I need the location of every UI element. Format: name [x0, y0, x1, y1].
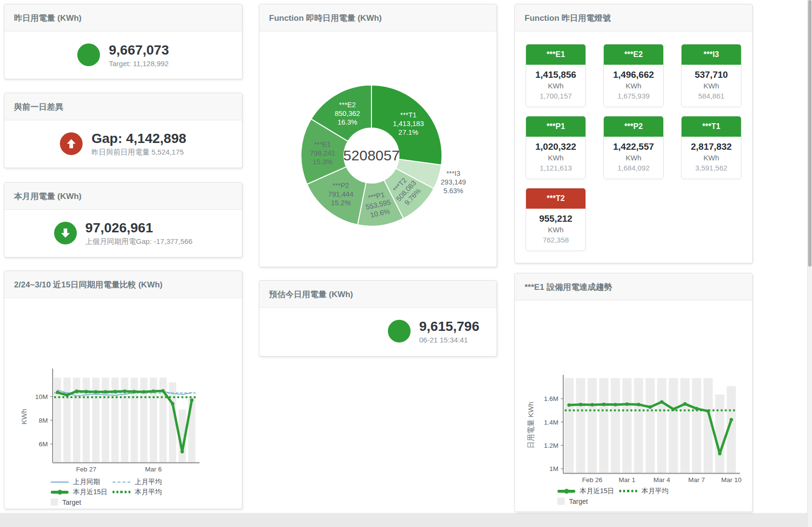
legend-item-Target[interactable]: Target [51, 499, 113, 506]
legend-item-Target[interactable]: Target [557, 498, 619, 505]
svg-text:791,444: 791,444 [328, 190, 353, 198]
legend-item-上月平均[interactable]: 上月平均 [113, 478, 174, 486]
svg-text:5208057: 5208057 [343, 147, 400, 163]
tile-target: 1,675,939 [606, 91, 661, 101]
estimate-timestamp: 06-21 15:34:41 [419, 336, 480, 344]
tile-label: ***P1 [526, 116, 585, 137]
card-title: 與前一日差異 [4, 93, 242, 120]
tile-unit: KWh [528, 153, 584, 163]
legend-swatch-icon [619, 490, 637, 492]
legend-label: 本月平均 [641, 487, 669, 496]
tile-label: ***P2 [604, 116, 663, 137]
yesterday-target: Target: 11,128,992 [109, 59, 169, 68]
yesterday-value: 9,667,073 [109, 42, 169, 58]
tile-value: 1,020,322 [528, 141, 584, 153]
legend-label: 本月近15日 [580, 487, 614, 496]
legend-swatch-icon [51, 482, 69, 483]
svg-text:6M: 6M [39, 441, 48, 448]
day-gap-stat: Gap: 4,142,898 昨日與前日用電量 5,524,175 [4, 120, 242, 167]
svg-text:798,241: 798,241 [310, 149, 335, 157]
svg-text:***E2: ***E2 [339, 101, 356, 109]
month-stat: 97,026,961 上個月同期用電Gap: -17,377,566 [4, 210, 242, 256]
e1-trend-legend: 本月近15日本月平均Target [557, 486, 752, 506]
svg-text:10M: 10M [35, 393, 48, 400]
tile-unit: KWh [606, 153, 661, 163]
card-day-gap: 與前一日差異 Gap: 4,142,898 昨日與前日用電量 5,524,175 [4, 93, 242, 168]
legend-swatch-icon [113, 491, 130, 493]
legend-item-本月近15日[interactable]: 本月近15日 [51, 488, 113, 497]
tile-label: ***I3 [682, 44, 741, 65]
card-title: 本月用電量 (KWh) [4, 183, 242, 210]
tile-value: 1,415,856 [528, 69, 584, 81]
card-title: 2/24~3/10 近15日同期用電量比較 (KWh) [4, 271, 242, 298]
compare-chart[interactable]: 6M8M10MFeb 27Mar 6KWh [4, 298, 242, 475]
compare-legend: 上月同期上月平均本月近15日本月平均Target [51, 477, 242, 507]
lights-grid: ***E11,415,856KWh1,700,157***E21,496,662… [515, 31, 752, 264]
svg-text:Mar 6: Mar 6 [145, 466, 162, 473]
svg-text:***T1: ***T1 [400, 111, 416, 119]
tile-value: 955,212 [528, 213, 584, 225]
svg-text:1.6M: 1.6M [544, 395, 558, 402]
card-title: 預估今日用電量 (KWh) [259, 281, 497, 308]
svg-text:Mar 10: Mar 10 [721, 476, 741, 484]
card-realtime-donut: Function 即時日用電量 (KWh) ***T11,413,18327.1… [259, 4, 497, 267]
svg-text:15.3%: 15.3% [313, 158, 332, 166]
tile-value: 2,817,832 [684, 141, 739, 153]
tile-target: 3,591,562 [684, 163, 739, 173]
scrollbar-thumb[interactable] [808, 0, 812, 267]
yesterday-stat: 9,667,073 Target: 11,128,992 [4, 31, 242, 78]
svg-text:Feb 27: Feb 27 [76, 466, 97, 473]
card-title: 昨日用電量 (KWh) [4, 4, 242, 31]
card-title: Function 昨日用電燈號 [515, 4, 752, 31]
svg-text:15.2%: 15.2% [331, 199, 351, 207]
legend-label: 本月近15日 [73, 488, 108, 497]
e1-trend-chart[interactable]: 1M1.2M1.4M1.6MFeb 26Mar 1Mar 4Mar 7Mar 1… [515, 300, 752, 484]
vertical-scrollbar[interactable] [807, 0, 812, 527]
card-e1-trend: ***E1 設備用電達成趨勢 1M1.2M1.4M1.6MFeb 26Mar 1… [514, 273, 753, 512]
month-subtitle: 上個月同期用電Gap: -17,377,566 [85, 237, 193, 246]
svg-text:KWh: KWh [20, 409, 28, 425]
svg-text:Mar 4: Mar 4 [654, 476, 670, 484]
legend-item-本月平均[interactable]: 本月平均 [113, 488, 174, 497]
legend-swatch-icon [113, 482, 130, 483]
tile-label: ***T2 [526, 188, 585, 209]
svg-text:1.2M: 1.2M [544, 442, 558, 449]
tile-target: 1,121,613 [528, 163, 584, 173]
svg-text:16.3%: 16.3% [338, 118, 357, 126]
legend-item-上月同期[interactable]: 上月同期 [51, 478, 113, 486]
month-value: 97,026,961 [85, 220, 193, 236]
card-title: ***E1 設備用電達成趨勢 [515, 273, 752, 300]
tile-target: 1,684,092 [606, 163, 661, 173]
estimate-value: 9,615,796 [419, 318, 480, 335]
svg-text:293,149: 293,149 [441, 178, 466, 186]
card-15day-compare: 2/24~3/10 近15日同期用電量比較 (KWh) 6M8M10MFeb 2… [4, 271, 242, 509]
status-circle-icon [77, 43, 100, 66]
light-tile-E2: ***E21,496,662KWh1,675,939 [603, 44, 664, 107]
svg-text:5.63%: 5.63% [443, 187, 463, 195]
light-tile-P2: ***P21,422,557KWh1,684,092 [603, 116, 664, 179]
donut-chart[interactable]: ***T11,413,18327.1%***I3293,1495.63%***T… [259, 31, 497, 266]
legend-label: 本月平均 [135, 488, 162, 497]
light-tile-P1: ***P11,020,322KWh1,121,613 [526, 116, 586, 179]
svg-text:***E1: ***E1 [314, 141, 331, 148]
arrow-down-icon [54, 222, 77, 244]
light-tile-T2: ***T2955,212KWh762,358 [526, 188, 586, 251]
tile-label: ***T1 [682, 116, 741, 137]
arrow-up-icon [60, 132, 83, 155]
tile-target: 1,700,157 [528, 91, 584, 101]
tile-target: 762,358 [528, 235, 584, 245]
legend-item-本月平均[interactable]: 本月平均 [619, 487, 681, 496]
legend-item-本月近15日[interactable]: 本月近15日 [557, 487, 619, 496]
svg-text:8M: 8M [39, 417, 48, 424]
tile-unit: KWh [684, 153, 739, 163]
tile-unit: KWh [684, 81, 739, 91]
tile-unit: KWh [528, 225, 584, 235]
svg-text:27.1%: 27.1% [399, 128, 418, 136]
tile-label: ***E1 [526, 44, 585, 65]
legend-swatch-icon [557, 498, 565, 505]
light-tile-I3: ***I3537,710KWh584,861 [681, 44, 741, 107]
legend-label: 上月同期 [73, 478, 100, 486]
card-yesterday-usage: 昨日用電量 (KWh) 9,667,073 Target: 11,128,992 [4, 4, 242, 79]
tile-value: 1,496,662 [606, 69, 661, 81]
tile-unit: KWh [606, 81, 661, 91]
